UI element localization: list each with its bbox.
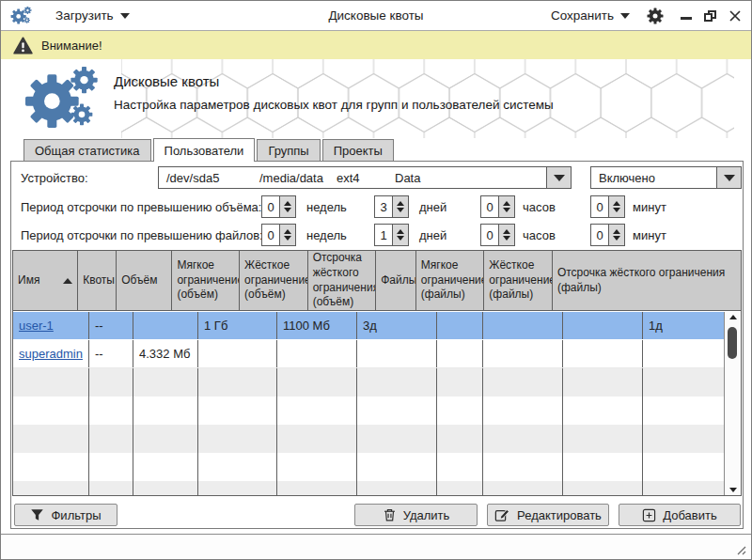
spin-up-icon[interactable] [613,229,620,234]
column-header-grace-files[interactable]: Отсрочка жёсткого ограничения (файлы) [553,251,741,310]
grace-files-minutes-spinbox[interactable]: 0 [590,224,625,246]
empty-row [13,425,724,453]
tab-general-statistics[interactable]: Общая статистика [24,139,151,161]
cell-files [437,312,483,339]
spin-down-icon[interactable] [613,208,620,212]
cell-soft-volume [198,340,277,367]
table-row-superadmin[interactable]: superadmin -- 4.332 Мб [13,340,724,368]
spin-up-icon[interactable] [397,201,404,206]
restore-front-square [704,13,713,22]
table-row-user-1[interactable]: user-1 -- 1 Гб 1100 Мб 3д 1д [13,312,724,340]
chevron-down-icon [724,175,735,181]
minimize-icon[interactable] [681,17,692,20]
tab-bar: Общая статистика Пользователи Группы Про… [24,138,396,161]
spin-up-icon[interactable] [613,201,620,206]
page-title: Дисковые квоты [114,73,554,89]
spinbox-arrows[interactable] [392,225,408,245]
grace-volume-hours-value: 0 [481,196,498,217]
add-button[interactable]: Добавить [619,504,741,526]
tab-groups[interactable]: Группы [257,139,320,161]
column-header-files[interactable]: Файлы [376,251,416,310]
cell-volume: 4.332 Мб [133,340,198,367]
spin-up-icon[interactable] [284,229,291,234]
close-icon[interactable] [728,9,742,23]
cell-grace-files: 1д [643,312,724,339]
settings-gear-icon[interactable] [647,8,664,24]
grace-volume-minutes-spinbox[interactable]: 0 [590,195,625,218]
spin-down-icon[interactable] [284,208,291,212]
cell-grace-files [643,340,724,367]
spinbox-arrows[interactable] [279,225,295,245]
load-menu-button[interactable]: Загрузить [55,8,130,23]
grace-files-hours-value: 0 [481,225,498,245]
spin-down-icon[interactable] [284,236,291,241]
spin-down-icon[interactable] [397,208,404,212]
trash-icon [383,507,397,522]
weeks-unit-label: недель [306,228,347,242]
grace-files-days-spinbox[interactable]: 1 [374,224,409,246]
user-link[interactable]: superadmin [19,347,83,361]
grace-volume-hours-spinbox[interactable]: 0 [480,195,515,218]
spin-down-icon[interactable] [397,236,404,241]
scrollbar-thumb[interactable] [728,327,737,359]
vertical-scrollbar[interactable] [724,312,741,495]
grace-files-weeks-spinbox[interactable]: 0 [261,224,296,246]
device-fs: ext4 [329,171,387,185]
device-select[interactable]: /dev/sda5 /media/data ext4 Data [158,166,572,189]
edit-button[interactable]: Редактировать [487,504,609,526]
app-gears-icon [10,7,33,25]
column-header-hard-volume[interactable]: Жёсткое ограничение (объём) [240,251,308,310]
spin-up-icon[interactable] [503,201,510,206]
days-unit-label: дней [419,200,446,214]
column-header-label: Имя [18,273,39,288]
grace-volume-label: Период отсрочки по превышению объёма: [21,200,261,214]
grace-files-minutes-value: 0 [591,225,608,245]
resize-grip[interactable] [734,543,747,556]
delete-button[interactable]: Удалить [354,504,478,526]
delete-label: Удалить [403,508,450,522]
scroll-down-icon [729,488,737,492]
restore-icon[interactable] [704,10,716,22]
tab-projects[interactable]: Проекты [322,139,394,161]
column-header-soft-volume[interactable]: Мягкое ограничение (объём) [172,251,240,310]
chevron-down-icon [554,175,565,181]
grace-volume-days-spinbox[interactable]: 3 [374,195,409,218]
table-body: user-1 -- 1 Гб 1100 Мб 3д 1д superadmin … [13,312,724,495]
spinbox-arrows[interactable] [392,196,408,217]
spin-up-icon[interactable] [284,201,291,206]
cell-quotas: -- [89,312,133,339]
scroll-down-button[interactable] [725,488,741,492]
spinbox-arrows[interactable] [498,225,514,245]
scroll-up-button[interactable] [725,315,741,319]
spin-up-icon[interactable] [397,229,404,234]
column-header-hard-files[interactable]: Жёсткое ограничение (файлы) [484,251,553,310]
edit-label: Редактировать [517,508,602,522]
column-header-quotas[interactable]: Квоты [78,251,117,310]
tab-users[interactable]: Пользователи [153,138,256,162]
spinbox-arrows[interactable] [608,196,624,217]
users-panel: Устройство: /dev/sda5 /media/data ext4 D… [10,161,744,529]
quota-status-select[interactable]: Включено [590,166,742,189]
filters-button[interactable]: Фильтры [14,504,118,526]
spin-down-icon[interactable] [503,208,510,212]
action-button-row: Фильтры Удалить Редактировать [14,504,741,526]
spinbox-arrows[interactable] [279,196,295,217]
grace-files-hours-spinbox[interactable]: 0 [480,224,515,246]
spinbox-arrows[interactable] [498,196,514,217]
cell-hard-volume: 1100 Мб [277,312,357,339]
quota-status-dropdown-button[interactable] [716,167,741,188]
column-header-name[interactable]: Имя [13,251,78,310]
spinbox-arrows[interactable] [608,225,624,245]
user-link[interactable]: user-1 [19,319,54,333]
column-header-grace-volume[interactable]: Отсрочка жёсткого ограничения (объём) [308,251,377,310]
grace-volume-weeks-spinbox[interactable]: 0 [261,195,296,218]
column-header-soft-files[interactable]: Мягкое ограничение (файлы) [416,251,485,310]
save-menu-button[interactable]: Сохранить [551,8,630,23]
page-subtitle: Настройка параметров дисковых квот для г… [114,98,554,112]
device-select-dropdown-button[interactable] [546,167,571,188]
minutes-unit-label: минут [633,228,666,242]
spin-up-icon[interactable] [503,229,510,234]
column-header-volume[interactable]: Объём [117,251,172,310]
spin-down-icon[interactable] [503,236,510,241]
spin-down-icon[interactable] [613,236,620,241]
